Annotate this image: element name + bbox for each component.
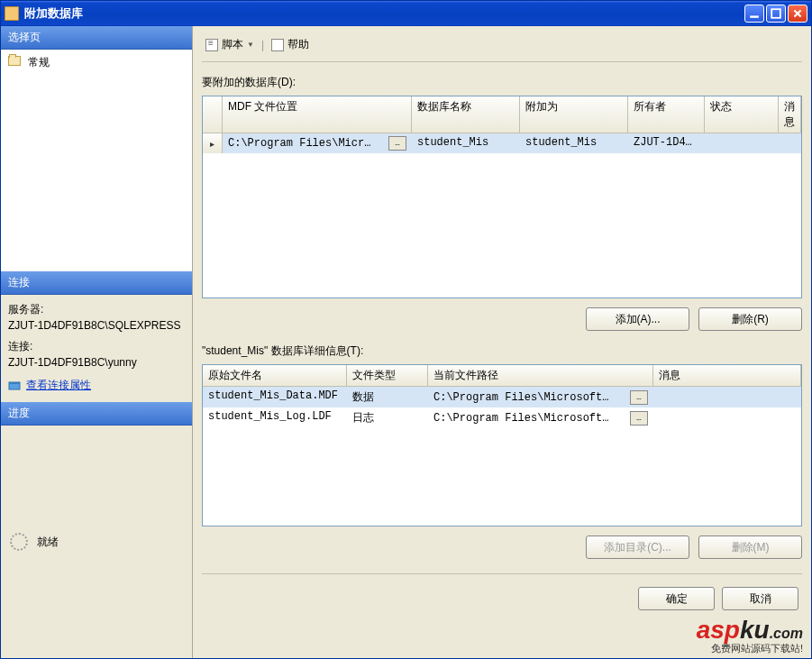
script-button[interactable]: 脚本 ▼ bbox=[202, 35, 258, 54]
attach-db-label: 要附加的数据库(D): bbox=[202, 75, 802, 90]
minimize-button[interactable] bbox=[744, 5, 764, 23]
browse-path-button[interactable]: … bbox=[630, 390, 648, 405]
col-attach-as[interactable]: 附加为 bbox=[520, 96, 628, 133]
sidebar-item-general[interactable]: 常规 bbox=[5, 53, 188, 72]
help-icon bbox=[271, 39, 284, 51]
help-button[interactable]: 帮助 bbox=[268, 35, 313, 54]
svg-rect-3 bbox=[9, 382, 20, 384]
conn-label: 连接: bbox=[8, 339, 185, 354]
ok-button[interactable]: 确定 bbox=[638, 587, 715, 610]
row-selector[interactable] bbox=[203, 133, 223, 153]
toolbar: 脚本 ▼ | 帮助 bbox=[202, 32, 802, 62]
connection-icon bbox=[8, 380, 21, 392]
cancel-button[interactable]: 取消 bbox=[722, 587, 798, 610]
remove-detail-button: 删除(M) bbox=[698, 535, 802, 559]
col-detail-message[interactable]: 消息 bbox=[653, 365, 801, 386]
view-connection-properties-link[interactable]: 查看连接属性 bbox=[26, 378, 91, 393]
browse-mdf-button[interactable]: … bbox=[388, 136, 406, 151]
add-button[interactable]: 添加(A)... bbox=[586, 307, 689, 331]
row-selector-header bbox=[203, 96, 223, 133]
table-row[interactable]: student_Mis_Data.MDF 数据 C:\Program Files… bbox=[203, 387, 801, 407]
maximize-button[interactable] bbox=[766, 5, 786, 23]
progress-block: 就绪 bbox=[1, 426, 192, 658]
app-icon bbox=[5, 6, 19, 21]
connection-header: 连接 bbox=[1, 271, 192, 295]
browse-path-button[interactable]: … bbox=[630, 411, 648, 426]
table-row[interactable]: student_Mis_Log.LDF 日志 C:\Program Files\… bbox=[203, 407, 801, 428]
col-original-filename[interactable]: 原始文件名 bbox=[203, 365, 347, 386]
detail-label: "student_Mis" 数据库详细信息(T): bbox=[202, 343, 802, 359]
attach-database-dialog: 附加数据库 选择页 常规 连接 服务器: ZJUT-1D4DF91B8C\SQL… bbox=[0, 0, 812, 659]
server-value: ZJUT-1D4DF91B8C\SQLEXPRESS bbox=[8, 319, 185, 332]
table-row[interactable]: C:\Program Files\Micr… … student_Mis stu… bbox=[203, 133, 801, 153]
select-page-header: 选择页 bbox=[1, 26, 192, 50]
col-status[interactable]: 状态 bbox=[705, 96, 779, 133]
sidebar-item-label: 常规 bbox=[28, 55, 50, 70]
progress-spinner-icon bbox=[10, 533, 28, 551]
conn-value: ZJUT-1D4DF91B8C\yunny bbox=[8, 356, 185, 369]
col-message[interactable]: 消息 bbox=[779, 96, 801, 133]
col-mdf-location[interactable]: MDF 文件位置 bbox=[223, 96, 412, 133]
svg-rect-1 bbox=[771, 9, 780, 18]
remove-button[interactable]: 删除(R) bbox=[698, 307, 802, 331]
sidebar: 选择页 常规 连接 服务器: ZJUT-1D4DF91B8C\SQLEXPRES… bbox=[1, 26, 193, 658]
chevron-down-icon: ▼ bbox=[247, 41, 254, 49]
col-current-path[interactable]: 当前文件路径 bbox=[428, 365, 653, 386]
col-db-name[interactable]: 数据库名称 bbox=[412, 96, 520, 133]
col-owner[interactable]: 所有者 bbox=[628, 96, 705, 133]
server-label: 服务器: bbox=[8, 302, 185, 317]
progress-header: 进度 bbox=[1, 402, 192, 426]
window-title: 附加数据库 bbox=[24, 5, 744, 22]
svg-rect-0 bbox=[750, 15, 759, 17]
database-details-grid[interactable]: 原始文件名 文件类型 当前文件路径 消息 student_Mis_Data.MD… bbox=[202, 364, 802, 526]
databases-to-attach-grid[interactable]: MDF 文件位置 数据库名称 附加为 所有者 状态 消息 C:\Program … bbox=[202, 96, 802, 298]
progress-status: 就绪 bbox=[37, 535, 59, 550]
connection-block: 服务器: ZJUT-1D4DF91B8C\SQLEXPRESS 连接: ZJUT… bbox=[1, 295, 192, 402]
col-file-type[interactable]: 文件类型 bbox=[347, 365, 428, 386]
main-content: 脚本 ▼ | 帮助 要附加的数据库(D): MDF 文件位置 数据库名称 附加为… bbox=[193, 26, 811, 658]
close-button[interactable] bbox=[788, 5, 807, 23]
page-icon bbox=[8, 56, 23, 70]
titlebar[interactable]: 附加数据库 bbox=[1, 1, 811, 26]
add-directory-button: 添加目录(C)... bbox=[586, 535, 689, 559]
script-icon bbox=[205, 39, 218, 51]
